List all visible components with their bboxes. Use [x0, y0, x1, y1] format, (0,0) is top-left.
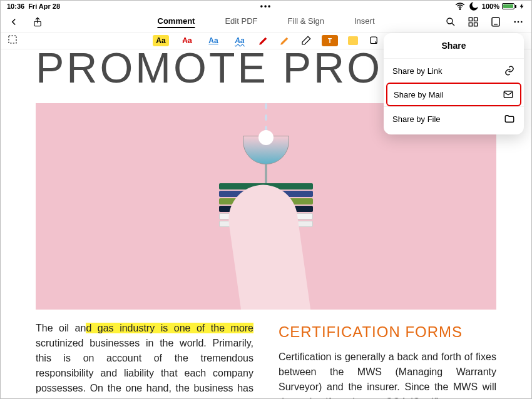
main-tabs: Comment Edit PDF Fill & Sign Insert	[157, 16, 374, 28]
wifi-icon	[454, 1, 466, 12]
share-by-mail[interactable]: Share by Mail	[386, 83, 521, 106]
highlight-tool[interactable]: Aa	[153, 35, 169, 46]
status-handle: •••	[260, 2, 272, 11]
squiggly-tool[interactable]: Aa	[232, 35, 248, 46]
pen-orange-icon[interactable]	[279, 35, 290, 46]
share-by-file[interactable]: Share by File	[384, 106, 524, 131]
svg-rect-7	[474, 23, 478, 26]
tab-fill-sign[interactable]: Fill & Sign	[287, 16, 324, 28]
svg-point-11	[518, 21, 519, 23]
column-right: CERTIFICATION FORMS Certification is gen…	[279, 321, 496, 398]
mail-icon	[503, 89, 514, 100]
svg-point-0	[459, 9, 461, 10]
link-icon	[504, 65, 515, 76]
share-panel: Share Share by Link Share by Mail Share …	[384, 33, 524, 134]
share-by-file-label: Share by File	[392, 114, 441, 124]
file-icon	[504, 113, 515, 124]
underline-tool[interactable]: Aa	[205, 35, 222, 46]
tab-comment[interactable]: Comment	[157, 16, 195, 28]
search-icon[interactable]	[445, 16, 456, 28]
back-icon[interactable]	[8, 16, 19, 28]
tab-insert[interactable]: Insert	[354, 16, 375, 28]
svg-rect-6	[469, 23, 472, 26]
tab-edit-pdf[interactable]: Edit PDF	[225, 16, 257, 28]
charging-icon	[519, 1, 525, 12]
share-system-icon[interactable]	[32, 16, 43, 28]
share-panel-title: Share	[384, 33, 524, 58]
pen-red-icon[interactable]	[258, 35, 269, 46]
stamp-tool-icon[interactable]	[368, 35, 379, 46]
battery-percent: 100%	[482, 3, 499, 10]
svg-point-2	[447, 18, 453, 24]
eraser-icon[interactable]	[300, 35, 312, 46]
col1-highlight: d gas industry is one of the more	[86, 323, 253, 333]
battery-icon	[502, 3, 516, 9]
svg-rect-5	[474, 18, 478, 21]
textbox-tool[interactable]: T	[322, 35, 338, 46]
column-left: The oil and gas industry is one of the m…	[36, 321, 253, 398]
svg-rect-4	[469, 18, 472, 21]
page-view-icon[interactable]	[490, 16, 501, 28]
text-columns: The oil and gas industry is one of the m…	[1, 310, 531, 398]
svg-point-12	[521, 21, 523, 23]
col2-body: Certification is generally a back and fo…	[279, 350, 496, 398]
status-left: 10:36 Fri Apr 28	[7, 3, 60, 10]
svg-rect-13	[9, 36, 16, 43]
top-nav: Comment Edit PDF Fill & Sign Insert	[1, 12, 531, 32]
col2-title: CERTIFICATION FORMS	[279, 321, 496, 343]
thumbnails-icon[interactable]	[468, 16, 479, 28]
svg-point-10	[514, 21, 516, 23]
col1-pre: The oil an	[36, 323, 86, 333]
status-time: 10:36	[7, 3, 24, 10]
status-date: Fri Apr 28	[28, 3, 60, 10]
svg-rect-8	[492, 18, 499, 26]
strikethrough-tool[interactable]: Aa	[179, 35, 195, 46]
col1-rest: scrutinized businesses in the world. Pri…	[36, 338, 253, 398]
share-by-mail-label: Share by Mail	[394, 90, 443, 99]
more-icon[interactable]	[513, 16, 524, 28]
selection-tool-icon[interactable]	[7, 34, 18, 45]
sticky-note-tool[interactable]	[348, 36, 358, 45]
share-by-link[interactable]: Share by Link	[384, 58, 524, 83]
status-right: 100%	[454, 1, 525, 12]
moon-icon	[468, 1, 479, 12]
share-by-link-label: Share by Link	[392, 66, 442, 76]
svg-line-3	[452, 23, 454, 26]
status-bar: 10:36 Fri Apr 28 ••• 100%	[1, 1, 531, 12]
